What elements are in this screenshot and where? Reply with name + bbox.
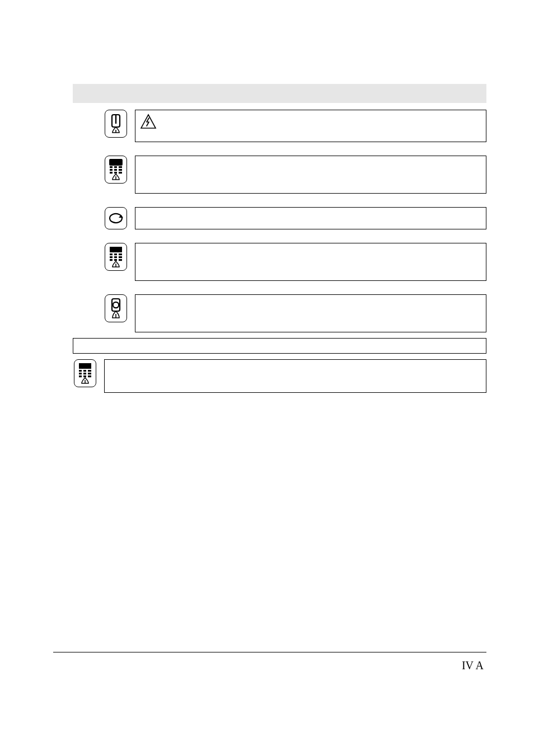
svg-rect-4: [110, 159, 122, 165]
step-icon-slot: [104, 110, 128, 142]
svg-rect-31: [83, 370, 86, 372]
lower-step-row: [73, 359, 486, 393]
switch-off-icon: [105, 294, 127, 322]
step-list: [73, 110, 486, 332]
svg-rect-34: [83, 373, 86, 374]
svg-point-27: [113, 302, 119, 308]
lower-narrow-box: [73, 338, 486, 354]
step-content: [135, 156, 486, 194]
svg-rect-5: [110, 166, 113, 168]
step-content: [135, 243, 486, 281]
svg-rect-17: [114, 253, 117, 255]
svg-rect-24: [119, 259, 122, 261]
svg-rect-11: [110, 172, 113, 173]
page-footer-label: IV A: [462, 659, 484, 672]
gray-header-bar: [73, 84, 486, 103]
svg-rect-18: [119, 253, 122, 255]
step-icon-slot: [104, 243, 128, 281]
svg-rect-23: [114, 259, 117, 261]
step-icon-slot: [104, 294, 128, 332]
svg-rect-13: [119, 172, 122, 173]
svg-rect-36: [79, 375, 82, 377]
keypad-icon: [74, 359, 96, 387]
svg-rect-6: [114, 166, 117, 168]
keypad-icon: [105, 243, 127, 271]
step-row: [104, 110, 486, 142]
lower-step-content: [104, 359, 486, 393]
svg-rect-16: [110, 253, 113, 255]
step-row: [104, 243, 486, 281]
svg-rect-37: [83, 375, 86, 377]
svg-rect-30: [79, 370, 82, 372]
svg-rect-22: [110, 259, 113, 261]
svg-rect-35: [88, 373, 91, 374]
svg-rect-33: [79, 373, 82, 374]
step-content: [135, 207, 486, 229]
svg-rect-20: [114, 256, 117, 258]
svg-rect-12: [114, 172, 117, 173]
svg-rect-8: [110, 169, 113, 171]
svg-rect-15: [110, 247, 122, 252]
step-icon-slot: [104, 207, 128, 229]
step-row: [104, 207, 486, 229]
svg-rect-38: [88, 375, 91, 377]
switch-on-icon: [105, 110, 127, 138]
svg-rect-9: [114, 169, 117, 171]
step-content: [135, 110, 486, 142]
voltage-warning-icon: [140, 114, 157, 129]
step-row: [104, 294, 486, 332]
step-icon-slot: [73, 359, 97, 393]
footer-rule: [53, 652, 486, 652]
svg-rect-19: [110, 256, 113, 258]
step-row: [104, 156, 486, 194]
svg-rect-7: [119, 166, 122, 168]
svg-rect-32: [88, 370, 91, 372]
step-content: [135, 294, 486, 332]
svg-rect-21: [119, 256, 122, 258]
svg-rect-10: [119, 169, 122, 171]
loop-icon: [105, 207, 127, 229]
step-icon-slot: [104, 156, 128, 194]
svg-rect-29: [79, 363, 91, 369]
keypad-icon: [105, 156, 127, 184]
